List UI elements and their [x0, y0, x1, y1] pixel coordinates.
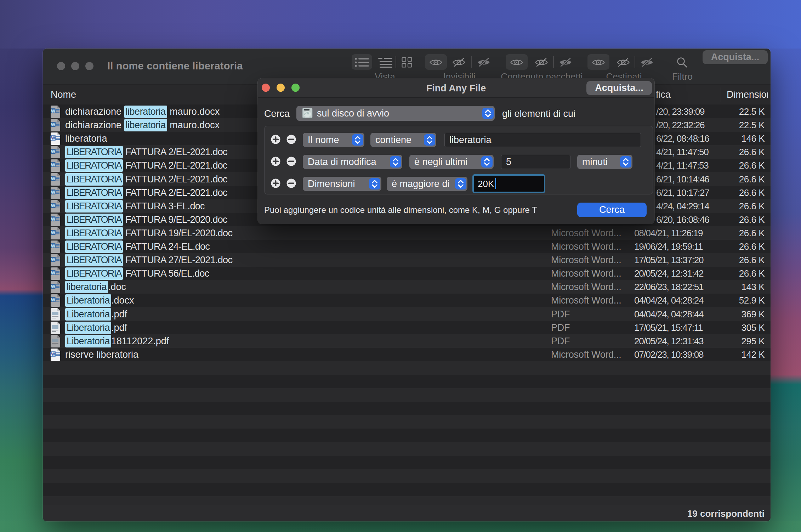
svg-text:W: W: [51, 203, 56, 208]
svg-text:W: W: [51, 189, 56, 194]
svg-text:W: W: [51, 108, 56, 114]
svg-text:W: W: [51, 216, 56, 221]
svg-text:W: W: [51, 230, 56, 235]
svg-text:W: W: [51, 162, 56, 168]
svg-text:W: W: [51, 149, 56, 154]
svg-text:W: W: [51, 176, 56, 181]
svg-text:W: W: [51, 122, 56, 127]
svg-text:W: W: [51, 351, 55, 356]
svg-text:W: W: [51, 297, 56, 302]
svg-text:W: W: [51, 270, 56, 276]
svg-text:W: W: [51, 136, 55, 141]
svg-text:W: W: [51, 257, 56, 262]
svg-text:W: W: [51, 243, 56, 249]
svg-text:W: W: [51, 284, 56, 289]
